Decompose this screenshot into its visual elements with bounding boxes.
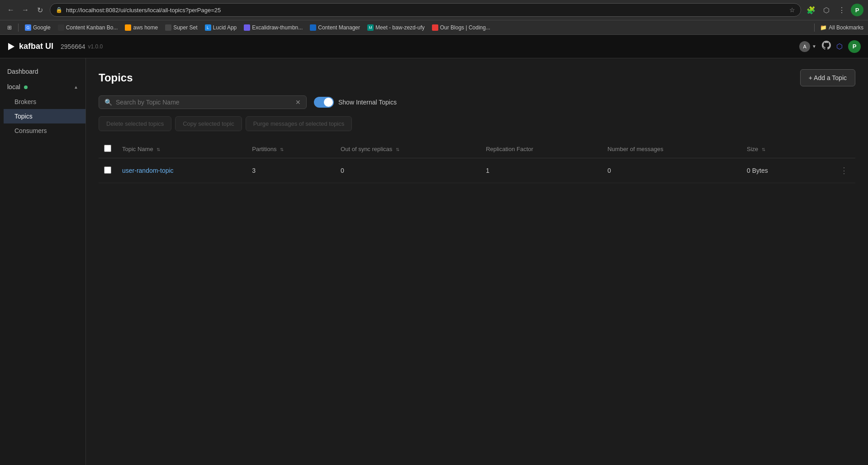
show-internal-topics-toggle[interactable]: [314, 97, 334, 108]
bookmark-content-manager[interactable]: Content Manager: [307, 24, 363, 32]
replication-factor-header: Replication Factor: [480, 140, 602, 158]
extensions-btn[interactable]: ⬡: [820, 4, 833, 16]
bookmark-star-icon[interactable]: ☆: [789, 6, 795, 14]
profile-button[interactable]: P: [851, 4, 863, 16]
row-checkbox-cell: [99, 158, 117, 183]
lock-icon: 🔒: [56, 7, 62, 13]
partitions-header[interactable]: Partitions ⇅: [247, 140, 335, 158]
toggle-thumb: [324, 98, 333, 107]
row-out-of-sync-cell: 0: [335, 158, 480, 183]
sidebar-sub-menu: Brokers Topics Consumers: [0, 95, 85, 138]
topic-name-header[interactable]: Topic Name ⇅: [117, 140, 247, 158]
bookmark-blogs[interactable]: Our Blogs | Coding...: [429, 24, 493, 32]
chevron-up-icon: ▲: [74, 85, 78, 90]
search-input[interactable]: [116, 99, 292, 106]
actions-header: [808, 140, 855, 158]
bookmark-label: Content Manager: [318, 24, 360, 31]
bookmark-google[interactable]: G Google: [22, 24, 53, 32]
all-bookmarks-label[interactable]: All Bookmarks: [829, 24, 863, 31]
row-checkbox[interactable]: [104, 166, 111, 174]
bookmarks-bar: ⊞ G Google Content Kanban Bo... aws home…: [0, 20, 868, 34]
row-replication-factor-cell: 1: [480, 158, 602, 183]
purge-messages-button[interactable]: Purge messages of selected topics: [246, 116, 352, 131]
extension-icon[interactable]: 🧩: [805, 4, 817, 16]
folder-icon: 📁: [820, 24, 827, 31]
kafbat-logo-icon: [7, 42, 16, 51]
row-topic-name-cell: user-random-topic: [117, 158, 247, 183]
toggle-track: [314, 97, 334, 108]
bookmark-label: Lucid App: [213, 24, 237, 31]
bookmark-label: aws home: [133, 24, 158, 31]
show-internal-topics-label: Show Internal Topics: [338, 99, 397, 106]
sidebar-item-brokers[interactable]: Brokers: [4, 95, 85, 109]
forward-button[interactable]: →: [19, 4, 32, 16]
sidebar-item-topics[interactable]: Topics: [4, 109, 85, 123]
profile-avatar-button[interactable]: P: [848, 40, 861, 53]
user-menu-button[interactable]: A ▼: [799, 41, 816, 52]
cluster-id: 2956664: [61, 43, 85, 50]
action-buttons: Delete selected topics Copy selected top…: [99, 116, 855, 131]
excali-favicon: [244, 24, 250, 31]
search-icon: 🔍: [104, 99, 112, 106]
content-manager-favicon: [310, 24, 316, 31]
add-topic-button[interactable]: + Add a Topic: [800, 69, 855, 86]
search-box: 🔍 ✕: [99, 95, 307, 109]
sidebar-item-dashboard[interactable]: Dashboard: [0, 64, 85, 79]
user-avatar-small: A: [799, 41, 810, 52]
toggle-row: Show Internal Topics: [314, 97, 397, 108]
more-tools-btn[interactable]: ⋮: [835, 4, 848, 16]
bookmark-lucid[interactable]: L Lucid App: [202, 24, 240, 32]
select-all-header: [99, 140, 117, 158]
discord-icon[interactable]: ⬡: [836, 42, 843, 51]
bookmarks-right: 📁 All Bookmarks: [811, 24, 863, 32]
bookmark-label: Content Kanban Bo...: [66, 24, 118, 31]
browser-action-buttons: 🧩 ⬡ ⋮ P: [805, 4, 863, 16]
url-text: http://localhost:8082/ui/clusters/local/…: [66, 7, 786, 14]
sidebar-cluster[interactable]: local ▲: [0, 79, 85, 95]
cluster-status-dot: [24, 85, 28, 89]
bookmark-meet[interactable]: M Meet - baw-zezd-ufy: [365, 24, 427, 32]
out-of-sync-header[interactable]: Out of sync replicas ⇅: [335, 140, 480, 158]
size-header[interactable]: Size ⇅: [741, 140, 808, 158]
table-body: user-random-topic 3 0 1 0 0 Bytes ⋮: [99, 158, 855, 183]
bookmark-excali[interactable]: Excalidraw-thumbn...: [241, 24, 305, 32]
bookmarks-apps[interactable]: ⊞: [5, 24, 14, 32]
table-header: Topic Name ⇅ Partitions ⇅ Out of sync re…: [99, 140, 855, 158]
bookmark-superset[interactable]: Super Set: [162, 24, 200, 32]
back-button[interactable]: ←: [5, 4, 17, 16]
google-favicon: G: [25, 24, 31, 31]
browser-toolbar: ← → ↻ 🔒 http://localhost:8082/ui/cluster…: [0, 0, 868, 20]
sidebar-item-consumers[interactable]: Consumers: [4, 123, 85, 138]
content-area: Topics + Add a Topic 🔍 ✕ Show Internal: [86, 58, 868, 465]
topic-name-link[interactable]: user-random-topic: [122, 167, 174, 174]
search-toggle-row: 🔍 ✕ Show Internal Topics: [99, 95, 855, 109]
topic-name-sort-icon: ⇅: [157, 147, 160, 152]
reload-button[interactable]: ↻: [33, 4, 46, 16]
app-container: kafbat UI 2956664 v1.0.0 A ▼ ⬡ P Dashboa…: [0, 35, 868, 465]
main-layout: Dashboard local ▲ Brokers Topics Consume…: [0, 58, 868, 465]
lucid-favicon: L: [205, 24, 211, 31]
delete-selected-button[interactable]: Delete selected topics: [99, 116, 171, 131]
size-sort-icon: ⇅: [762, 147, 765, 152]
row-actions-button[interactable]: ⋮: [838, 164, 850, 177]
bookmark-label: Super Set: [173, 24, 197, 31]
address-bar[interactable]: 🔒 http://localhost:8082/ui/clusters/loca…: [50, 3, 801, 17]
nav-icons: A ▼ ⬡ P: [799, 40, 861, 53]
github-icon[interactable]: [822, 41, 831, 52]
table-row: user-random-topic 3 0 1 0 0 Bytes ⋮: [99, 158, 855, 183]
row-partitions-cell: 3: [247, 158, 335, 183]
bookmark-label: Our Blogs | Coding...: [440, 24, 490, 31]
bookmark-kanban[interactable]: Content Kanban Bo...: [55, 24, 121, 32]
bookmark-aws[interactable]: aws home: [122, 24, 161, 32]
copy-selected-button[interactable]: Copy selected topic: [175, 116, 242, 131]
kanban-favicon: [58, 24, 64, 31]
search-clear-icon[interactable]: ✕: [295, 99, 301, 106]
select-all-checkbox[interactable]: [104, 145, 111, 152]
top-nav: kafbat UI 2956664 v1.0.0 A ▼ ⬡ P: [0, 35, 868, 58]
partitions-sort-icon: ⇅: [280, 147, 284, 152]
svg-marker-0: [8, 43, 14, 50]
meet-favicon: M: [367, 24, 374, 31]
bookmark-label: Meet - baw-zezd-ufy: [375, 24, 425, 31]
consumers-label: Consumers: [14, 127, 47, 134]
app-logo: kafbat UI: [7, 42, 53, 51]
